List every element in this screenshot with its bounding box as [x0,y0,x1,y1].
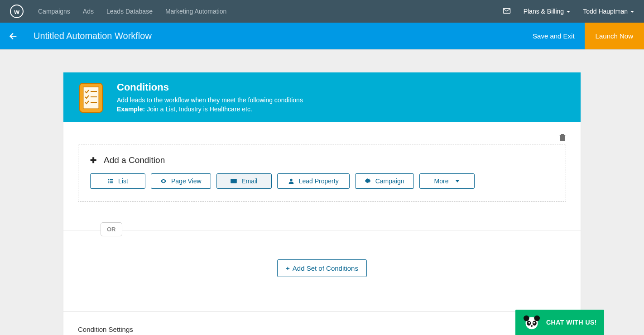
trash-icon [559,133,566,141]
svg-point-13 [533,322,535,324]
pill-label: Campaign [375,177,404,185]
example-label: Example: [117,105,145,113]
conditions-subtitle-text: Add leads to the workflow when they meet… [117,96,303,104]
caret-down-icon [567,11,570,13]
subheader-right: Save and Exit Launch Now [523,23,644,49]
nav-marketing-automation[interactable]: Marketing Automation [165,8,226,15]
panda-icon [523,314,541,330]
condition-settings-label: Condition Settings [78,325,566,333]
checklist-scroll-icon [78,81,104,114]
example-text: Join a List, Industry is Healthcare etc. [145,105,252,113]
add-set-label: Add Set of Conditions [293,264,358,272]
nav-links: Campaigns Ads Leads Database Marketing A… [38,8,226,15]
condition-lead-property-button[interactable]: Lead Property [277,173,350,189]
badge-icon [365,178,371,184]
pill-label: More [434,177,449,185]
or-separator: OR [63,230,581,230]
conditions-title: Conditions [117,81,303,93]
plans-billing-menu[interactable]: Plans & Billing [524,8,571,15]
or-badge: OR [101,222,122,236]
condition-email-button[interactable]: Email [216,173,272,189]
condition-more-button[interactable]: More [419,173,475,189]
envelope-icon[interactable] [503,7,511,16]
nav-campaigns[interactable]: Campaigns [38,8,70,15]
plus-icon: + [286,264,290,272]
list-icon [107,178,114,184]
conditions-header-text: Conditions Add leads to the workflow whe… [117,81,303,114]
pill-label: Page View [171,177,202,185]
chat-label: CHAT WITH US! [546,319,597,326]
condition-pill-row: List Page View Email Lead Property Campa… [90,173,554,189]
conditions-card: Conditions Add leads to the workflow whe… [63,72,581,335]
plus-icon: ✚ [90,156,96,165]
save-and-exit-button[interactable]: Save and Exit [523,32,585,40]
workflow-title[interactable]: Untitled Automation Workflow [34,31,152,41]
caret-down-icon [456,180,459,182]
delete-condition-set-button[interactable] [559,133,566,143]
nav-right: Plans & Billing Todd Hauptman [503,7,634,16]
nav-leads-database[interactable]: Leads Database [106,8,153,15]
pill-label: Lead Property [299,177,339,185]
add-condition-heading: ✚ Add a Condition [90,155,554,165]
svg-point-9 [534,316,540,321]
add-set-wrap: + Add Set of Conditions [63,230,581,311]
user-icon [288,178,294,184]
condition-list-button[interactable]: List [90,173,145,189]
launch-now-button[interactable]: Launch Now [585,23,644,49]
svg-point-14 [531,325,533,327]
top-nav: w Campaigns Ads Leads Database Marketing… [0,0,644,23]
nav-ads[interactable]: Ads [83,8,94,15]
condition-pageview-button[interactable]: Page View [151,173,211,189]
eye-icon [160,178,167,184]
svg-point-8 [524,316,529,321]
trash-row [78,133,566,143]
logo[interactable]: w [10,5,24,18]
chat-widget[interactable]: CHAT WITH US! [515,310,604,335]
condition-campaign-button[interactable]: Campaign [355,173,414,189]
user-menu[interactable]: Todd Hauptman [583,8,634,15]
plans-billing-label: Plans & Billing [524,8,564,15]
pill-label: Email [241,177,257,185]
user-name-label: Todd Hauptman [583,8,628,15]
envelope-icon [231,178,237,184]
add-set-of-conditions-button[interactable]: + Add Set of Conditions [277,259,367,277]
conditions-subtitle: Add leads to the workflow when they meet… [117,96,303,114]
condition-set-box: ✚ Add a Condition List Page View Email [78,144,566,202]
back-arrow-icon[interactable] [8,31,18,41]
workflow-subheader: Untitled Automation Workflow Save and Ex… [0,23,644,50]
conditions-card-body: ✚ Add a Condition List Page View Email [63,122,581,210]
svg-point-12 [529,322,530,324]
condition-settings-section: Condition Settings [63,311,581,335]
caret-down-icon [630,11,634,13]
conditions-card-header: Conditions Add leads to the workflow whe… [63,72,581,122]
pill-label: List [118,177,128,185]
add-condition-label: Add a Condition [104,155,165,165]
